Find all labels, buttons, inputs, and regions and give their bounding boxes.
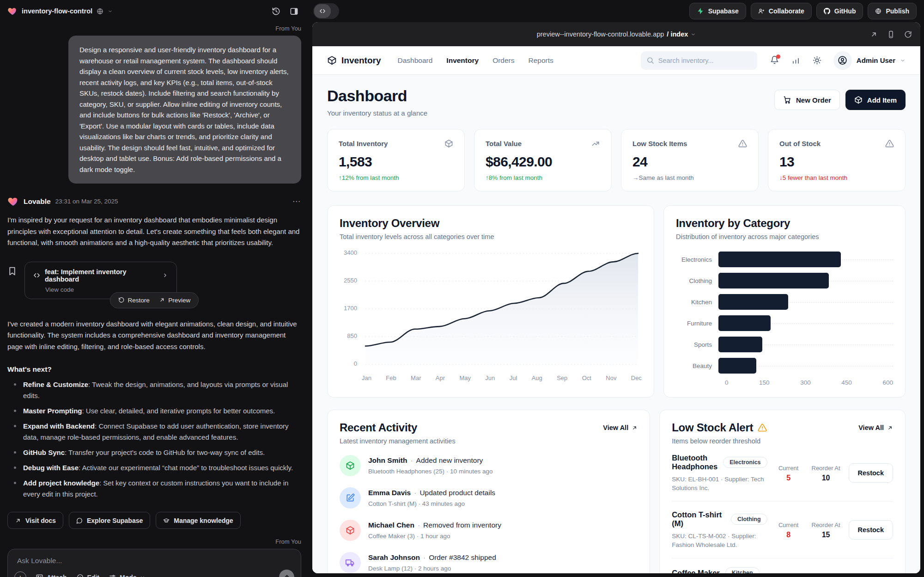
kpi-delta: ↑8% from last month [486,174,600,181]
bar [718,273,829,288]
bar-row: Kitchen [676,294,893,310]
chevron-down-icon [691,32,696,37]
code-mode-toggle[interactable] [313,3,339,19]
open-external-icon[interactable] [870,31,878,38]
cart-icon [783,96,791,104]
bar [718,315,771,331]
bar-row: Furniture [676,315,893,331]
kpi-delta: →Same as last month [632,174,747,181]
preview-panel: preview--inventory-flow-control.lovable.… [312,22,920,573]
card-title: Low Stock Alert [672,421,753,434]
graduation-cap-icon [163,517,170,524]
kpi-value: 13 [779,154,894,170]
lovable-avatar [7,196,19,207]
send-button[interactable] [279,570,294,577]
page-title: Dashboard [327,87,427,105]
edit-pencil-icon [340,487,361,509]
preview-url[interactable]: preview--inventory-flow-control.lovable.… [537,31,696,38]
message-menu-icon[interactable]: ⋯ [292,196,301,206]
nav-dashboard[interactable]: Dashboard [398,56,433,65]
restore-button[interactable]: Restore [118,297,150,304]
history-icon[interactable] [272,7,280,16]
category-badge: Kitchen [725,567,760,573]
people-icon [758,8,765,14]
search-input[interactable] [641,51,757,70]
edit-button[interactable]: Edit [76,573,99,577]
alert-triangle-icon [885,139,894,148]
kpi-delta: ↓5 fewer than last month [779,174,894,181]
category-badge: Electronics [723,457,767,468]
app-page: Inventory Dashboard Inventory Orders Rep… [312,46,920,573]
whats-next-list: Refine & Customize: Tweak the design, an… [7,379,301,500]
view-all-link[interactable]: View All [603,424,638,431]
external-link-icon [15,517,21,524]
github-button[interactable]: GitHub [816,3,863,19]
visit-docs-button[interactable]: Visit docs [7,512,63,529]
add-icon[interactable]: + [14,571,26,577]
assistant-intro-text: I'm inspired by your request for an inve… [7,215,301,249]
notifications-bell-icon[interactable] [770,55,779,66]
chat-panel: From You Design a responsive and user-fr… [0,22,312,577]
kpi-value: $86,429.00 [486,154,600,170]
from-you-label: From You [7,25,301,32]
bar [718,358,756,374]
collaborate-button[interactable]: Collaborate [751,3,812,19]
target-icon [76,573,84,577]
nav-orders[interactable]: Orders [492,56,514,65]
bar-row: Electronics [676,252,893,267]
sidebar-panel-icon[interactable] [290,7,298,16]
kpi-delta: ↑12% from last month [339,174,453,181]
alert-triangle-icon [758,423,767,432]
package-minus-icon [340,520,361,541]
kpi-card-low-stock: Low Stock Items 24 →Same as last month [621,129,759,191]
message-timestamp: 23:31 on Mar 25, 2025 [55,198,118,205]
version-title: feat: Implement inventory dashboard [45,268,158,283]
account-menu[interactable]: Admin User [833,51,906,70]
theme-sun-icon[interactable] [813,56,821,65]
alert-triangle-icon [738,139,747,148]
activity-row: Michael Chen·Removed from inventory Coff… [340,520,638,541]
attach-button[interactable]: Attach [36,573,67,577]
kpi-card-total-inventory: Total Inventory 1,583 ↑12% from last mon… [327,129,465,191]
inventory-by-category-chart: Inventory by Category Distribution of in… [663,205,906,398]
publish-button[interactable]: Publish [868,3,917,19]
external-link-icon [632,425,638,431]
sliders-icon [109,573,116,577]
external-link-icon [159,297,165,303]
top-bar: inventory-flow-control Supabase Collabor… [0,0,924,22]
restock-button[interactable]: Restock [849,520,893,540]
user-circle-icon [838,55,847,65]
bar [718,252,841,267]
bar-row: Beauty [676,358,893,374]
explore-supabase-button[interactable]: Explore Supabase [69,512,150,529]
chat-input[interactable]: Ask Lovable... + Attach Edit Mode [7,549,301,577]
bookmark-icon[interactable] [7,266,17,276]
mode-dropdown[interactable]: Mode [109,573,145,577]
x-axis-labels: JanFebMarAprMayJunJulAugSepOctNovDec [362,374,642,381]
nav-reports[interactable]: Reports [529,56,553,65]
refresh-icon[interactable] [904,31,912,38]
project-menu[interactable]: inventory-flow-control [7,6,113,16]
list-item: Add project knowledge: Set key context o… [7,478,301,500]
nav-inventory[interactable]: Inventory [446,56,479,65]
app-brand[interactable]: Inventory [327,55,381,66]
card-title: Recent Activity [340,421,456,434]
bar-row: Sports [676,337,893,352]
preview-button[interactable]: Preview [159,297,191,304]
manage-knowledge-button[interactable]: Manage knowledge [156,512,240,529]
chart-subtitle: Total inventory levels across all catego… [340,233,642,240]
app-nav: Inventory Dashboard Inventory Orders Rep… [312,46,920,75]
restock-button[interactable]: Restock [849,463,893,483]
search-box [641,51,757,70]
kpi-value: 1,583 [339,154,453,170]
line-plot-area [362,250,642,370]
chevron-down-icon [900,58,906,63]
restore-preview-pill: Restore Preview [110,292,199,308]
new-order-button[interactable]: New Order [774,90,840,110]
add-item-button[interactable]: Add Item [845,90,906,110]
mobile-view-icon[interactable] [887,31,895,38]
analytics-icon[interactable] [791,56,800,65]
view-all-link[interactable]: View All [858,424,893,431]
supabase-button[interactable]: Supabase [689,3,746,19]
low-stock-row: Cotton T-shirt (M)Clothing SKU: CL-TS-M-… [672,502,893,559]
